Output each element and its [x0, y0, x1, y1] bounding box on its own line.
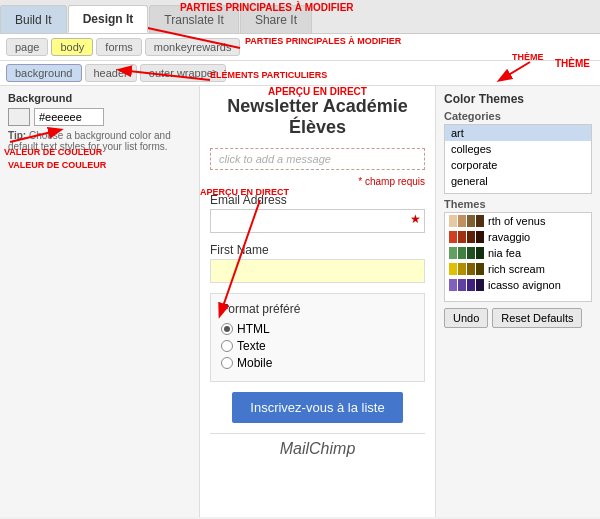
theme-nia-fea[interactable]: nia fea — [445, 245, 591, 261]
swatch2 — [458, 263, 466, 275]
cat-item-holidays[interactable]: holidays — [445, 189, 591, 194]
swatch3 — [467, 231, 475, 243]
theme-list[interactable]: rth of venus ravaggio — [444, 212, 592, 302]
sub-tab-monkeyrewards[interactable]: monkeyrewards — [145, 38, 241, 56]
tip-content: Choose a background color and default te… — [8, 130, 171, 152]
theme-rich-scream[interactable]: rich scream — [445, 261, 591, 277]
field-group-firstname: First Name — [210, 243, 425, 283]
right-panel: THÈME Color Themes Categories art colleg… — [435, 86, 600, 517]
theme-birth-of-venus-label: rth of venus — [488, 215, 545, 227]
radio-texte-circle[interactable] — [221, 340, 233, 352]
subscribe-button[interactable]: Inscrivez-vous à la liste — [232, 392, 402, 423]
button-row: Undo Reset Defaults — [444, 308, 592, 328]
swatch1 — [449, 247, 457, 259]
section-label: Background — [8, 92, 191, 104]
annotation-valeur: VALEUR DE COULEUR — [8, 160, 191, 170]
annotation-theme: THÈME — [555, 58, 590, 69]
email-input[interactable] — [210, 209, 425, 233]
reset-button[interactable]: Reset Defaults — [492, 308, 582, 328]
swatch4 — [476, 247, 484, 259]
sub-tab-forms[interactable]: forms — [96, 38, 142, 56]
radio-mobile[interactable]: Mobile — [221, 356, 414, 370]
swatch1 — [449, 263, 457, 275]
theme-picasso-avignon-label: icasso avignon — [488, 279, 561, 291]
swatch1 — [449, 231, 457, 243]
swatch4 — [476, 279, 484, 291]
tab-translate-it[interactable]: Translate It — [149, 5, 239, 33]
tab-build-it[interactable]: Build It — [0, 5, 67, 33]
swatch3 — [467, 247, 475, 259]
radio-html-label: HTML — [237, 322, 270, 336]
theme-picasso-avignon[interactable]: icasso avignon — [445, 277, 591, 293]
color-input-row — [8, 108, 191, 126]
themes-label: Themes — [444, 198, 592, 210]
theme-nia-fea-label: nia fea — [488, 247, 521, 259]
color-input[interactable] — [34, 108, 104, 126]
elem-bar: background header outer wrapper — [0, 61, 600, 86]
swatch1 — [449, 215, 457, 227]
firstname-label: First Name — [210, 243, 425, 257]
swatch1 — [449, 279, 457, 291]
sub-tab-page[interactable]: page — [6, 38, 48, 56]
cat-item-colleges[interactable]: colleges — [445, 141, 591, 157]
tab-share-it[interactable]: Share It — [240, 5, 312, 33]
top-nav: Build It Design It Translate It Share It… — [0, 0, 600, 34]
form-title: Newsletter Académie Élèves — [210, 96, 425, 138]
radio-html[interactable]: HTML — [221, 322, 414, 336]
tip-text: Tip: Choose a background color and defau… — [8, 130, 191, 152]
radio-texte[interactable]: Texte — [221, 339, 414, 353]
theme-ravaggio-label: ravaggio — [488, 231, 530, 243]
sub-nav: page body forms monkeyrewards — [0, 34, 600, 61]
theme-swatches — [449, 263, 484, 275]
theme-swatches — [449, 279, 484, 291]
left-panel: Background Tip: Choose a background colo… — [0, 86, 200, 517]
swatch2 — [458, 231, 466, 243]
mailchimp-logo: MailChimp — [210, 433, 425, 458]
undo-button[interactable]: Undo — [444, 308, 488, 328]
cat-item-general[interactable]: general — [445, 173, 591, 189]
tab-design-it[interactable]: Design It — [68, 5, 149, 33]
radio-html-circle[interactable] — [221, 323, 233, 335]
color-swatch[interactable] — [8, 108, 30, 126]
category-list[interactable]: art colleges corporate general holidays — [444, 124, 592, 194]
theme-swatches — [449, 247, 484, 259]
radio-mobile-circle[interactable] — [221, 357, 233, 369]
firstname-input[interactable] — [210, 259, 425, 283]
categories-label: Categories — [444, 110, 592, 122]
swatch3 — [467, 279, 475, 291]
theme-birth-of-venus[interactable]: rth of venus — [445, 213, 591, 229]
color-themes-title: Color Themes — [444, 92, 592, 106]
theme-rich-scream-label: rich scream — [488, 263, 545, 275]
swatch2 — [458, 215, 466, 227]
msg-box[interactable]: click to add a message — [210, 148, 425, 170]
format-title: Format préféré — [221, 302, 414, 316]
swatch4 — [476, 215, 484, 227]
email-label: Email Address — [210, 193, 425, 207]
swatch3 — [467, 215, 475, 227]
swatch2 — [458, 247, 466, 259]
field-group-email: Email Address ★ — [210, 193, 425, 233]
required-note: * champ requis — [210, 176, 425, 187]
elem-tab-header[interactable]: header — [85, 64, 137, 82]
radio-mobile-label: Mobile — [237, 356, 272, 370]
email-required-star: ★ — [410, 212, 421, 226]
tip-label: Tip: — [8, 130, 26, 141]
cat-item-art[interactable]: art — [445, 125, 591, 141]
radio-texte-label: Texte — [237, 339, 266, 353]
swatch4 — [476, 263, 484, 275]
swatch4 — [476, 231, 484, 243]
swatch2 — [458, 279, 466, 291]
format-section: Format préféré HTML Texte Mobile — [210, 293, 425, 382]
elem-tab-background[interactable]: background — [6, 64, 82, 82]
preview-area: APERÇU EN DIRECT Newsletter Académie Élè… — [200, 86, 435, 517]
theme-ravaggio[interactable]: ravaggio — [445, 229, 591, 245]
swatch3 — [467, 263, 475, 275]
sub-tab-body[interactable]: body — [51, 38, 93, 56]
theme-swatches — [449, 231, 484, 243]
elem-tab-outer-wrapper[interactable]: outer wrapper — [140, 64, 226, 82]
cat-item-corporate[interactable]: corporate — [445, 157, 591, 173]
theme-swatches — [449, 215, 484, 227]
